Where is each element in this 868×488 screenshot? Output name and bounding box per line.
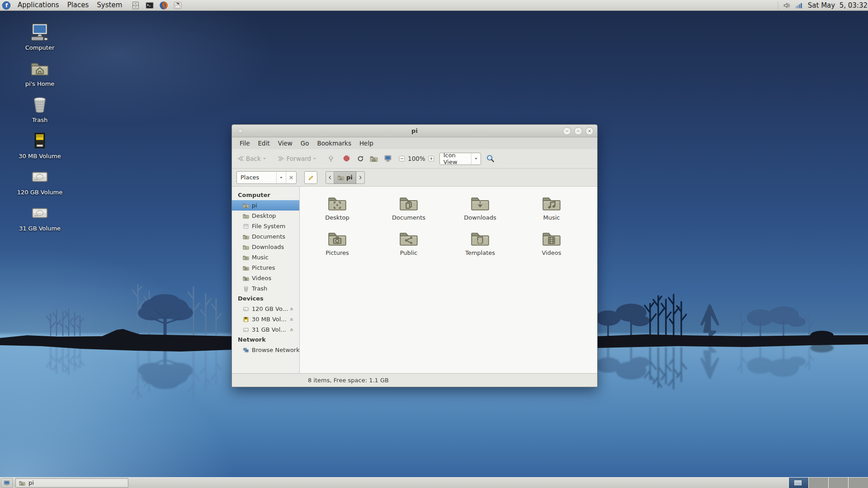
menu-help[interactable]: Help [355,138,377,149]
drive-icon [242,326,250,333]
panel-menu-system[interactable]: System [93,0,126,10]
folder-view[interactable]: DesktopDocumentsDownloadsMusicPicturesPu… [300,187,597,373]
desktop-icon-30-mb-volume[interactable]: 30 MB Volume [13,130,67,160]
mail-icon[interactable] [173,0,183,10]
folder-icon [541,192,562,214]
sidebar-item-music[interactable]: Music [232,252,299,263]
edit-location-button[interactable] [304,171,317,184]
sidebar-item-120-gb-vo[interactable]: 120 GB Vo... [232,304,299,314]
home-button[interactable] [369,154,378,163]
status-text: 8 items, Free space: 1.1 GB [308,377,389,384]
view-mode-select[interactable]: Icon View [439,153,481,165]
show-desktop-button[interactable] [1,478,13,488]
menu-file[interactable]: File [236,138,254,149]
breadcrumb-folder-icon [337,174,344,181]
back-button[interactable]: Back [236,155,261,163]
network-icon [242,347,250,354]
panel-menu-applications[interactable]: Applications [14,0,63,10]
folder-music[interactable]: Music [524,192,579,221]
zoom-out-button[interactable] [398,155,406,162]
sidebar-item-pictures[interactable]: Pictures [232,263,299,273]
floppy-icon [242,316,250,323]
fedora-logo-icon[interactable]: f [2,1,11,10]
sidebar-item-label: File System [252,223,285,230]
sidebar-item-desktop[interactable]: Desktop [232,211,299,221]
workspace-4[interactable] [848,478,868,488]
sidebar-item-label: Music [252,254,269,261]
sidebar-item-downloads[interactable]: Downloads [232,242,299,252]
titlebar[interactable]: pi [232,125,597,137]
sidebar-item-browse-network[interactable]: Browse Network [232,345,299,355]
menu-edit[interactable]: Edit [254,138,274,149]
menu-view[interactable]: View [274,138,297,149]
eject-button[interactable] [288,305,295,312]
location-bar: Places pi [232,169,597,187]
network-signal-icon[interactable] [794,1,803,10]
workspace-1[interactable] [788,478,808,488]
clock[interactable]: Sat May 5, 03:32 [808,1,868,9]
sidebar-item-label: Trash [252,285,267,292]
folder-pictures[interactable]: Pictures [310,227,364,256]
sidebar-item-documents[interactable]: Documents [232,231,299,242]
menu-bookmarks[interactable]: Bookmarks [313,138,355,149]
drive-icon [242,305,250,313]
forward-button[interactable]: Forward [277,155,311,163]
workspace-3[interactable] [828,478,848,488]
zoom-in-button[interactable] [428,155,435,162]
menu-go[interactable]: Go [297,138,313,149]
volume-icon[interactable] [783,1,792,10]
minimize-button[interactable] [563,127,571,135]
computer-button[interactable] [383,154,392,163]
sidebar-item-videos[interactable]: Videos [232,273,299,283]
sidebar: ComputerpiDesktopFile SystemDocumentsDow… [232,187,300,373]
desktop-icon-31-gb-volume[interactable]: 31 GB Volume [13,202,67,232]
folder-templates[interactable]: Templates [453,227,507,256]
up-button[interactable] [326,154,335,163]
eject-button[interactable] [288,326,295,333]
folder-documents-icon [242,233,250,240]
sidebar-item-file-system[interactable]: File System [232,221,299,231]
desktop-icon-120-gb-volume[interactable]: 120 GB Volume [13,166,67,196]
folder-public[interactable]: Public [382,227,436,256]
maximize-button[interactable] [574,127,582,135]
places-close-button[interactable] [286,172,296,183]
taskbar-window-button[interactable]: pi [15,478,128,488]
zoom-level: 100% [408,155,425,162]
terminal-icon[interactable] [145,0,155,10]
desktop-icon-computer[interactable]: Computer [13,22,67,51]
folder-desktop[interactable]: Desktop [310,192,364,221]
task-folder-icon [19,479,26,487]
folder-icon [398,227,420,249]
folder-videos[interactable]: Videos [524,227,579,256]
toolbar: Back Forward 100% Icon View [232,149,597,169]
sidebar-item-pi[interactable]: pi [232,200,299,211]
sidebar-item-30-mb-vol[interactable]: 30 MB Vol... [232,314,299,324]
folder-downloads[interactable]: Downloads [453,192,507,221]
firefox-icon[interactable] [159,0,169,10]
workspace-switcher [788,478,868,488]
back-dropdown-icon[interactable] [262,156,267,161]
forward-dropdown-icon[interactable] [312,156,317,161]
file-manager-icon[interactable] [131,0,141,10]
sidebar-item-31-gb-vol[interactable]: 31 GB Vol... [232,324,299,335]
sidebar-item-label: pi [252,202,257,209]
close-button[interactable] [585,127,594,135]
panel-menu-places[interactable]: Places [63,0,93,10]
folder-documents[interactable]: Documents [382,192,436,221]
stop-button[interactable] [343,155,351,163]
sidebar-item-trash[interactable]: Trash [232,283,299,294]
breadcrumb-right-button[interactable] [356,171,365,184]
folder-label: Templates [453,249,507,256]
desktop-icon-pi-s-home[interactable]: pi's Home [13,58,67,87]
folder-label: Documents [382,214,436,221]
reload-button[interactable] [356,155,364,163]
breadcrumb-left-button[interactable] [326,171,334,184]
places-select[interactable]: Places [236,171,297,184]
workspace-2[interactable] [808,478,828,488]
desktop-icon-trash[interactable]: Trash [13,94,67,123]
folder-home-icon [242,202,250,209]
breadcrumb-current[interactable]: pi [334,171,356,184]
panel-launchers [131,0,183,10]
search-button[interactable] [486,154,495,164]
eject-button[interactable] [288,315,295,323]
